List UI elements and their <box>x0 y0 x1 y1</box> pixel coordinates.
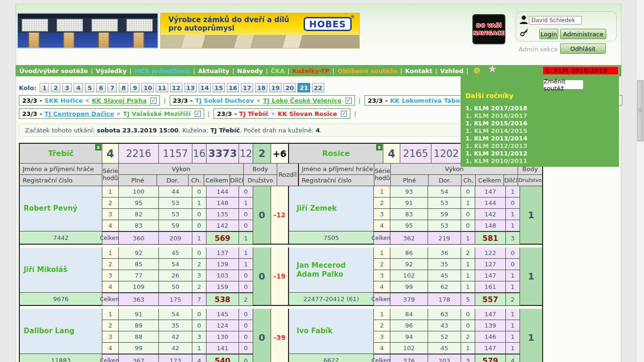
round-button[interactable]: 6 <box>96 83 106 92</box>
season-link[interactable]: 1. KLM 2011/2012 <box>465 150 527 157</box>
score-cell: Celkem <box>102 232 119 244</box>
series-row: 11004401440 <box>102 186 253 197</box>
score-cell: 130 <box>206 331 239 343</box>
home-team-link[interactable]: KK Lokomotiva Tábor <box>390 97 463 104</box>
match-checkbox[interactable]: ✓ <box>150 98 157 104</box>
score-cell: 77 <box>119 270 159 281</box>
login-button[interactable]: Login <box>539 29 558 39</box>
match-date: 23/3 <box>22 97 37 104</box>
match-checkbox[interactable]: ✓ <box>346 98 352 104</box>
round-button[interactable]: 19 <box>269 83 281 92</box>
round-button[interactable]: 13 <box>184 83 197 92</box>
round-button[interactable]: 8 <box>119 83 128 92</box>
score-cell: 362 <box>390 232 428 244</box>
score-cell: 45 <box>428 270 461 281</box>
score-cell: 2 <box>374 320 390 331</box>
score-cell: 139 <box>206 259 239 270</box>
column-header-row: Jméno a příjmení hráče Registrační číslo… <box>20 164 542 186</box>
home-team-link[interactable]: SKK Hořice <box>44 97 83 104</box>
round-button[interactable]: 2 <box>51 83 60 92</box>
nav-cka[interactable]: ČKA <box>271 67 285 74</box>
nav-uvod[interactable]: Úvod/výběr soutěže <box>19 67 88 74</box>
season-link[interactable]: 1. KLM 2016/2017 <box>465 112 527 120</box>
season-link[interactable]: 1. KLM 2013/2014 <box>465 135 527 142</box>
score-cell: 1 <box>461 197 475 209</box>
series-row: 2923511270 <box>374 259 520 270</box>
current-competition-select[interactable]: 1. KLM 2018/2019 <box>542 66 619 75</box>
season-link[interactable]: 1. KLM 2015/2016 <box>465 120 527 127</box>
username-input[interactable] <box>529 16 582 25</box>
navigation-ad-box[interactable]: DO VAŠÍ NAVIGACE <box>472 14 505 44</box>
nav-mcr[interactable]: MČR jednotlivců <box>134 67 190 74</box>
round-button[interactable]: 11 <box>156 83 168 92</box>
search-icon[interactable] <box>474 67 480 74</box>
home-team-link[interactable]: TJ Centropen Dačice <box>44 110 114 117</box>
close-icon[interactable]: x <box>376 144 382 150</box>
round-button[interactable]: 12 <box>170 83 182 92</box>
match-date: 23/3 <box>22 110 37 117</box>
nav-kuzelky-tp[interactable]: Kuželky-TP <box>292 67 330 74</box>
round-button[interactable]: 14 <box>198 83 211 92</box>
score-cell: 45 <box>428 343 461 354</box>
round-button[interactable]: 5 <box>85 83 94 92</box>
score-cell: 1 <box>239 247 253 259</box>
administration-button[interactable]: Administrace <box>560 29 606 39</box>
round-button[interactable]: 1 <box>40 83 49 92</box>
vertical-scrollbar[interactable] <box>636 0 644 362</box>
round-button[interactable]: 17 <box>241 83 253 92</box>
favorite-star-icon[interactable]: ★ <box>487 63 497 75</box>
score-cell: 2 <box>253 144 271 164</box>
logout-button[interactable]: Odhlásit <box>560 43 606 54</box>
away-team-link[interactable]: KK Slavoj Praha <box>92 97 147 104</box>
match-box: 23/3- TJ Sokol Duchcov × TJ Loko České V… <box>170 95 355 106</box>
season-link[interactable]: 1. KLM 2010/2011 <box>465 157 527 165</box>
season-link[interactable]: 1. KLM 2014/2015 <box>465 127 527 135</box>
round-button[interactable]: 16 <box>227 83 239 92</box>
round-button[interactable]: 21 <box>297 83 310 92</box>
score-cell: 1 <box>506 186 520 197</box>
match-date: 23/3 <box>217 110 232 117</box>
season-link[interactable]: 1. KLM 2017/2018 <box>465 105 527 112</box>
away-team-link[interactable]: TJ Valašské Meziříčí <box>123 110 191 117</box>
round-button[interactable]: 20 <box>283 83 296 92</box>
home-team-link[interactable]: TJ Sokol Duchcov <box>195 97 254 104</box>
match-checkbox[interactable]: ✓ <box>341 111 347 117</box>
away-team-link[interactable]: TJ Loko České Velenice <box>263 97 342 104</box>
match-datetime: sobota 23.3.2019 15:00 <box>97 127 179 134</box>
total-header: Celkem <box>476 175 504 186</box>
nav-aktuality[interactable]: Aktuality <box>198 67 230 74</box>
nav-vysledky[interactable]: Výsledky <box>96 67 127 74</box>
score-cell: 569 <box>206 232 239 244</box>
nav-kontakt[interactable]: Kontakt <box>405 67 432 74</box>
round-button[interactable]: 18 <box>255 83 267 92</box>
player-reg-number: 9676 <box>20 293 102 305</box>
round-button[interactable]: 3 <box>62 83 72 92</box>
hobes-ad-banner[interactable]: Výrobce zámků do dveří a dílů pro autopr… <box>160 13 360 49</box>
away-team-link[interactable]: KK Slovan Rosice <box>278 110 337 117</box>
score-cell: 53 <box>428 220 461 231</box>
nav-vzhled[interactable]: Vzhled <box>440 67 463 74</box>
round-button[interactable]: 10 <box>141 83 154 92</box>
nav-oblibene[interactable]: Oblíbené soutěže <box>337 67 397 74</box>
nav-navody[interactable]: Návody <box>237 67 263 74</box>
score-cell: 0 <box>192 247 206 259</box>
score-cell: Celkem <box>102 293 119 305</box>
match-checkbox[interactable]: ✓ <box>195 111 201 117</box>
round-button[interactable]: 7 <box>107 83 117 92</box>
score-cell: 2 <box>192 281 206 293</box>
round-button[interactable]: 9 <box>130 83 140 92</box>
season-link[interactable]: 1. KLM 2012/2013 <box>465 142 527 150</box>
change-competition-button[interactable]: Změnit soutěž <box>543 80 584 90</box>
round-button[interactable]: 4 <box>74 83 83 92</box>
series-row: 41024511471 <box>374 343 520 354</box>
scrollbar-thumb[interactable] <box>637 80 644 141</box>
player-name-cell: Robert Pevný <box>20 186 102 231</box>
score-cell: 122 <box>475 247 506 259</box>
score-cell: 1 <box>192 343 206 354</box>
player-reg-number: 7442 <box>20 231 102 244</box>
round-button[interactable]: 15 <box>213 83 225 92</box>
close-icon[interactable]: x <box>95 144 101 150</box>
round-button[interactable]: 22 <box>312 83 324 92</box>
home-team-link[interactable]: TJ Třebíč <box>239 110 268 117</box>
score-cell: 92 <box>119 247 159 259</box>
